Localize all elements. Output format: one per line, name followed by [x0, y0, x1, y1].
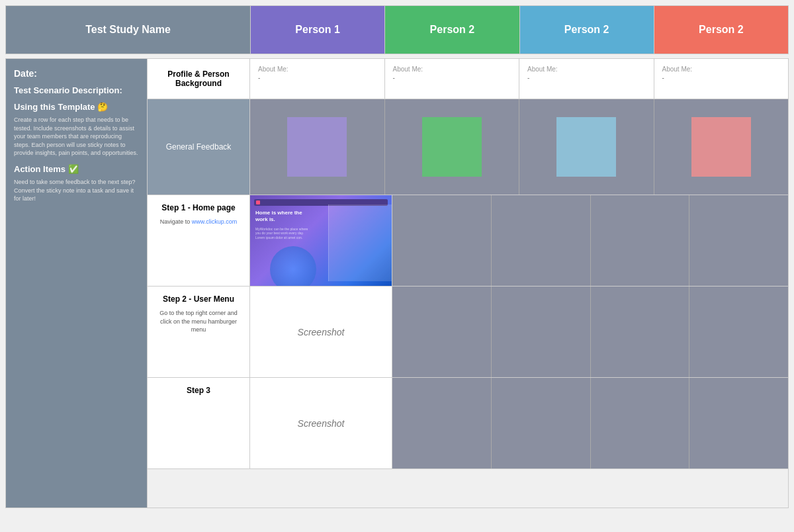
feedback-label: General Feedback	[148, 99, 250, 195]
step-1-person-1-cell	[392, 195, 492, 286]
step-1-person-2-cell	[492, 195, 591, 286]
step-1-link[interactable]: www.clickup.com	[192, 218, 238, 225]
sidebar-action-body: Need to take some feedback to the next s…	[14, 178, 139, 203]
step-3-person-2-cell	[492, 378, 591, 468]
step-2-screenshot-text: Screenshot	[298, 327, 345, 337]
feedback-sticky-4	[654, 99, 789, 195]
step-1-description: Navigate to www.clickup.com	[155, 218, 242, 226]
feedback-sticky-2	[385, 99, 520, 195]
step-3-label: Step 3	[148, 378, 250, 468]
step-3-title: Step 3	[155, 386, 242, 395]
step-3-person-4-cell	[689, 378, 788, 468]
step-1-data-cells	[392, 195, 788, 286]
feedback-sticky-3	[519, 99, 654, 195]
profile-person-3: About Me: -	[519, 59, 654, 99]
step-1-title: Step 1 - Home page	[155, 203, 242, 212]
clickup-side-panel	[328, 204, 392, 281]
step-3-row: Step 3 Screenshot	[148, 378, 788, 469]
person-2c-header: Person 2	[654, 6, 788, 54]
step-1-person-4-cell	[689, 195, 788, 286]
person-1-header: Person 1	[251, 6, 385, 54]
step-3-screenshot-text: Screenshot	[298, 418, 345, 429]
sidebar-using-body: Create a row for each step that needs to…	[14, 116, 139, 157]
step-2-person-4-cell	[689, 287, 788, 377]
step-1-row: Step 1 - Home page Navigate to www.click…	[148, 195, 788, 287]
step-2-description: Go to the top right corner and click on …	[155, 309, 242, 334]
step-3-person-1-cell	[392, 378, 492, 468]
page-wrapper: Test Study Name Person 1 Person 2 Person…	[0, 0, 794, 532]
feedback-row: General Feedback	[148, 99, 788, 195]
sticky-note-green	[422, 117, 482, 177]
profile-person-2: About Me: -	[385, 59, 520, 99]
sticky-note-red	[691, 117, 751, 177]
sidebar-scenario: Test Scenario Description:	[14, 85, 139, 95]
sidebar-date: Date:	[14, 68, 139, 79]
clickup-headline: Home is where thework is.	[254, 208, 304, 225]
clickup-circle-decoration	[270, 246, 316, 286]
left-sidebar: Date: Test Scenario Description: Using t…	[5, 58, 148, 508]
person-2a-header: Person 2	[385, 6, 519, 54]
profile-person-4: About Me: -	[654, 59, 789, 99]
sidebar-action-title: Action Items ✅	[14, 164, 139, 174]
clickup-logo-dot	[256, 200, 260, 204]
step-1-label: Step 1 - Home page Navigate to www.click…	[148, 195, 250, 286]
profile-row: Profile & Person Background About Me: - …	[148, 59, 788, 99]
step-3-person-3-cell	[591, 378, 690, 468]
clickup-screenshot-image: Home is where thework is. MyWorkdoc can …	[250, 195, 392, 286]
step-3-data-cells	[392, 378, 788, 468]
person-2b-header: Person 2	[520, 6, 654, 54]
header-row: Test Study Name Person 1 Person 2 Person…	[5, 5, 789, 54]
study-name-header: Test Study Name	[6, 6, 251, 54]
step-1-person-3-cell	[591, 195, 690, 286]
sticky-note-blue	[556, 117, 616, 177]
clickup-subtext: MyWorkdoc can be the place whereyou do y…	[254, 227, 309, 240]
step-2-person-2-cell	[492, 287, 591, 377]
sticky-note-purple	[287, 117, 347, 177]
profile-label: Profile & Person Background	[148, 59, 250, 99]
step-2-label: Step 2 - User Menu Go to the top right c…	[148, 287, 250, 377]
sidebar-using-title: Using this Template 🤔	[14, 102, 139, 112]
step-2-title: Step 2 - User Menu	[155, 294, 242, 304]
step-2-row: Step 2 - User Menu Go to the top right c…	[148, 287, 788, 378]
profile-person-1: About Me: -	[250, 59, 385, 99]
step-1-screenshot: Home is where thework is. MyWorkdoc can …	[250, 195, 392, 286]
content-area: Date: Test Scenario Description: Using t…	[5, 58, 789, 508]
step-2-person-1-cell	[392, 287, 492, 377]
step-2-screenshot: Screenshot	[250, 287, 392, 377]
right-main-grid: Profile & Person Background About Me: - …	[148, 58, 789, 508]
step-3-screenshot: Screenshot	[250, 378, 392, 468]
feedback-sticky-1	[250, 99, 385, 195]
step-2-person-3-cell	[591, 287, 690, 377]
step-2-data-cells	[392, 287, 788, 377]
